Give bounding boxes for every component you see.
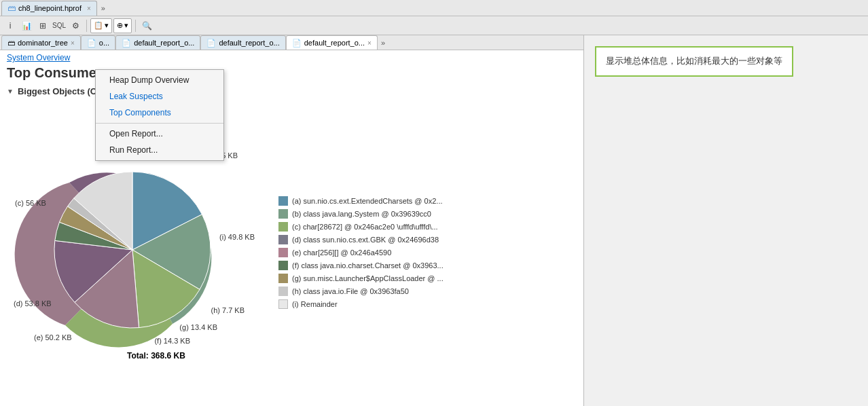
section-header: ▼ Biggest Objects (Overview)	[0, 84, 583, 99]
pie-chart-container: (a) 64.5 KB (b) 58.9 KB (c) 56 KB (d) 53…	[14, 145, 258, 348]
legend-color-i	[278, 299, 288, 309]
report-dropdown-arrow: ▾	[105, 21, 109, 30]
tab-overflow-button[interactable]: »	[97, 3, 109, 14]
legend-color-b	[278, 209, 288, 219]
report-dropdown[interactable]: 📋 ▾	[90, 18, 112, 33]
pie-label-e: (e) 50.2 KB	[34, 333, 72, 342]
view-dropdown[interactable]: ⊕ ▾	[113, 18, 132, 33]
nav-tab-4-icon: 📄	[292, 39, 302, 48]
legend-color-d	[278, 235, 288, 244]
toolbar-sep-1	[86, 20, 87, 32]
annotation-text: 显示堆总体信息，比如消耗最大的一些对象等	[606, 56, 782, 66]
legend-color-h	[278, 287, 288, 296]
nav-tab-3[interactable]: 📄 default_report_o...	[200, 35, 285, 50]
chart-button[interactable]: 📊	[19, 18, 34, 33]
menu-item-run-report[interactable]: Run Report...	[96, 142, 223, 158]
legend-item-b: (b) class java.lang.System @ 0x39639cc0	[278, 209, 444, 219]
menu-separator	[96, 123, 223, 124]
pie-label-i: (i) 49.8 KB	[219, 233, 255, 241]
left-panel: 🗃 dominator_tree × 📄 o... 📄 default_repo…	[0, 35, 584, 406]
section-triangle[interactable]: ▼	[7, 88, 14, 95]
settings-button[interactable]: ⚙	[68, 18, 83, 33]
toolbar: i 📊 ⊞ SQL ⚙ 📋 ▾ ⊕ ▾ 🔍	[0, 16, 868, 35]
legend-text-g: (g) sun.misc.Launcher$AppClassLoader @ .…	[292, 274, 444, 282]
toolbar-sep-2	[135, 20, 136, 32]
legend-text-d: (d) class sun.nio.cs.ext.GBK @ 0x24696d3…	[292, 236, 439, 244]
main-tab[interactable]: 🗃 ch8_linepoint.hprof ×	[1, 1, 97, 16]
legend-color-e	[278, 248, 288, 257]
legend-text-i: (i) Remainder	[292, 300, 338, 308]
legend-item-f: (f) class java.nio.charset.Charset @ 0x3…	[278, 261, 444, 270]
pie-label-f: (f) 14.3 KB	[154, 337, 190, 345]
legend-color-g	[278, 274, 288, 283]
system-overview-link[interactable]: System Overview	[0, 50, 583, 64]
legend-text-a: (a) sun.nio.cs.ext.ExtendedCharsets @ 0x…	[292, 197, 443, 205]
menu-item-heap-dump-overview[interactable]: Heap Dump Overview	[96, 72, 223, 88]
nav-tab-dominator[interactable]: 🗃 dominator_tree ×	[1, 35, 81, 50]
legend-text-c: (c) char[28672] @ 0x246ac2e0 \ufffd\ufff…	[292, 223, 438, 231]
chart-total: Total: 368.6 KB	[86, 351, 185, 361]
menu-item-open-report[interactable]: Open Report...	[96, 126, 223, 142]
chart-legend: (a) sun.nio.cs.ext.ExtendedCharsets @ 0x…	[278, 196, 444, 309]
report-dropdown-icon: 📋	[94, 21, 103, 30]
nav-tab-2-icon: 📄	[122, 39, 131, 48]
nav-tabs: 🗃 dominator_tree × 📄 o... 📄 default_repo…	[0, 35, 583, 50]
nav-tab-dominator-label: dominator_tree	[18, 39, 68, 47]
nav-tab-3-label: default_report_o...	[219, 39, 279, 47]
nav-tab-4-label: default_report_o...	[304, 39, 365, 47]
nav-tab-1-label: o...	[99, 39, 109, 47]
view-dropdown-arrow: ▾	[124, 21, 128, 30]
nav-tab-3-icon: 📄	[206, 39, 216, 48]
legend-text-h: (h) class java.io.File @ 0x3963fa50	[292, 287, 409, 295]
nav-tab-dominator-icon: 🗃	[7, 39, 15, 47]
tab-bar: 🗃 ch8_linepoint.hprof × »	[0, 0, 868, 16]
legend-item-d: (d) class sun.nio.cs.ext.GBK @ 0x24696d3…	[278, 235, 444, 244]
legend-color-a	[278, 196, 288, 206]
content-area: 🗃 dominator_tree × 📄 o... 📄 default_repo…	[0, 35, 868, 406]
nav-tab-overflow[interactable]: »	[378, 38, 388, 48]
legend-item-g: (g) sun.misc.Launcher$AppClassLoader @ .…	[278, 274, 444, 283]
legend-item-h: (h) class java.io.File @ 0x3963fa50	[278, 287, 444, 296]
nav-tab-4-close[interactable]: ×	[367, 39, 372, 47]
legend-item-a: (a) sun.nio.cs.ext.ExtendedCharsets @ 0x…	[278, 196, 444, 206]
nav-tab-1-icon: 📄	[87, 39, 96, 48]
dropdown-menu: Heap Dump Overview Leak Suspects Top Com…	[95, 69, 224, 161]
nav-tab-dominator-close[interactable]: ×	[71, 39, 75, 47]
annotation-box: 显示堆总体信息，比如消耗最大的一些对象等	[595, 46, 793, 77]
legend-text-e: (e) char[256][] @ 0x246a4590	[292, 248, 391, 257]
nav-tab-2-label: default_report_o...	[134, 39, 194, 47]
legend-item-c: (c) char[28672] @ 0x246ac2e0 \ufffd\ufff…	[278, 222, 444, 232]
nav-tab-4[interactable]: 📄 default_report_o... ×	[286, 35, 378, 50]
page-title-text: Top Consumers	[7, 65, 109, 80]
legend-color-f	[278, 261, 288, 270]
tree-button[interactable]: ⊞	[35, 18, 50, 33]
pie-label-h: (h) 7.7 KB	[211, 306, 245, 314]
info-button[interactable]: i	[3, 18, 18, 33]
tab-close-button[interactable]: ×	[87, 5, 91, 12]
right-panel: 显示堆总体信息，比如消耗最大的一些对象等	[584, 35, 868, 406]
pie-label-c: (c) 56 KB	[15, 199, 46, 207]
main-window: 🗃 ch8_linepoint.hprof × » i 📊 ⊞ SQL ⚙ 📋 …	[0, 0, 868, 406]
pie-label-g: (g) 13.4 KB	[179, 323, 217, 331]
menu-item-top-components[interactable]: Top Components	[96, 105, 223, 121]
legend-item-i: (i) Remainder	[278, 299, 444, 309]
nav-tab-2[interactable]: 📄 default_report_o...	[115, 35, 200, 50]
tab-label: ch8_linepoint.hprof	[18, 4, 82, 12]
chart-area: (a) 64.5 KB (b) 58.9 KB (c) 56 KB (d) 53…	[0, 99, 583, 406]
legend-color-c	[278, 222, 288, 232]
search-button[interactable]: 🔍	[139, 18, 154, 33]
legend-item-e: (e) char[256][] @ 0x246a4590	[278, 248, 444, 257]
page-title: Top Consumers	[0, 64, 583, 84]
menu-item-leak-suspects[interactable]: Leak Suspects	[96, 88, 223, 105]
pie-chart	[14, 145, 258, 348]
nav-tab-1[interactable]: 📄 o...	[81, 35, 115, 50]
tab-icon: 🗃	[7, 3, 16, 13]
pie-label-d: (d) 53.8 KB	[14, 299, 52, 308]
sql-button[interactable]: SQL	[52, 18, 67, 33]
legend-text-b: (b) class java.lang.System @ 0x39639cc0	[292, 210, 431, 218]
legend-text-f: (f) class java.nio.charset.Charset @ 0x3…	[292, 261, 444, 270]
view-dropdown-icon: ⊕	[117, 21, 123, 30]
